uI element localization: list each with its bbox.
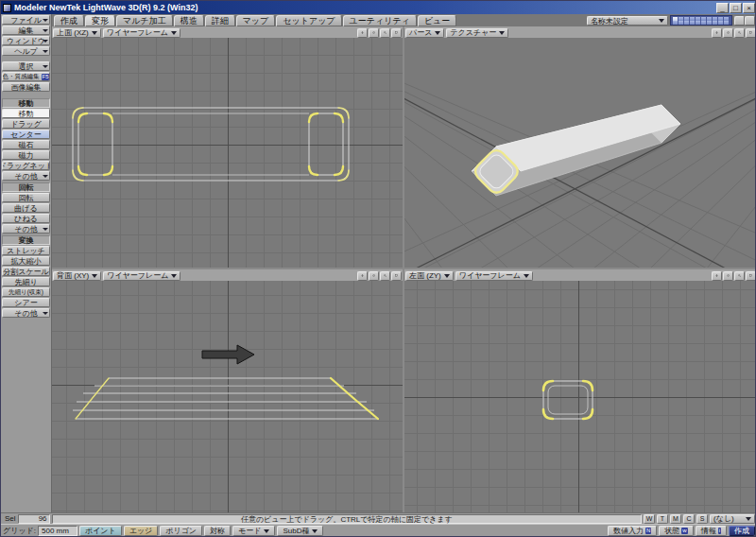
- edges-mode-button[interactable]: エッジ: [124, 526, 159, 536]
- shortcut-key: F5: [42, 74, 50, 80]
- tab-detail[interactable]: 詳細: [205, 15, 235, 26]
- vmap-color-button[interactable]: C: [683, 514, 695, 524]
- pan-icon[interactable]: [712, 28, 722, 38]
- vmap-dropdown[interactable]: (なし): [710, 514, 755, 524]
- tab-utilities[interactable]: ユーティリティ: [343, 15, 417, 26]
- maximize-button[interactable]: □: [730, 3, 742, 13]
- orbit-icon[interactable]: [723, 271, 733, 281]
- numeric-panel-button[interactable]: 数値入力N: [608, 526, 657, 536]
- tool-more-rotate[interactable]: その他: [2, 224, 50, 234]
- sidebar-menu-window[interactable]: ウィンドウ: [2, 36, 50, 45]
- tab-view[interactable]: ビュー: [418, 15, 456, 26]
- tab-create[interactable]: 作成: [54, 15, 84, 26]
- viewport-type-dropdown[interactable]: 上面 (XZ): [53, 28, 101, 38]
- object-name-dropdown[interactable]: 名称未設定: [587, 16, 668, 26]
- tool-shear[interactable]: シアー: [2, 298, 50, 307]
- make-button[interactable]: 作成: [729, 526, 755, 536]
- chevron-down-icon: [43, 29, 48, 32]
- wireframe-box-drawing: [52, 38, 403, 268]
- viewport-controls: [712, 271, 756, 281]
- symmetry-button[interactable]: 対称: [204, 526, 231, 536]
- viewport-canvas-left[interactable]: [404, 281, 756, 512]
- chevron-down-icon: [264, 529, 269, 533]
- tab-map[interactable]: マップ: [236, 15, 276, 26]
- tool-magnet[interactable]: 磁石: [2, 140, 50, 149]
- tab-construct[interactable]: 構造: [174, 15, 204, 26]
- sidebar-menu-file[interactable]: ファイル: [2, 15, 50, 25]
- tool-drag[interactable]: ドラッグ: [2, 119, 50, 129]
- maximize-viewport-icon[interactable]: [391, 28, 402, 38]
- viewport-back-view: 背面 (XY) ワイヤーフレーム: [52, 269, 403, 512]
- tab-modify[interactable]: 変形: [85, 15, 115, 26]
- viewport-canvas-perspective[interactable]: [404, 38, 756, 268]
- render-mode-dropdown[interactable]: ワイヤーフレーム: [103, 271, 180, 281]
- info-panel-button[interactable]: 情報i: [696, 526, 727, 536]
- statistics-panel-button[interactable]: 状態w: [659, 526, 693, 536]
- tab-setup[interactable]: セットアップ: [276, 15, 341, 26]
- viewport-canvas-back[interactable]: [52, 281, 403, 512]
- image-editor-button[interactable]: 画像編集: [2, 82, 50, 92]
- tool-rotate[interactable]: 回転: [2, 193, 50, 202]
- viewport-type-dropdown[interactable]: 背面 (XY): [53, 271, 101, 281]
- orbit-icon[interactable]: [723, 28, 733, 38]
- maximize-viewport-icon[interactable]: [746, 28, 756, 38]
- tool-bend[interactable]: 曲げる: [2, 203, 50, 213]
- maximize-viewport-icon[interactable]: [746, 271, 756, 281]
- chevron-down-icon: [43, 50, 48, 53]
- chevron-down-icon: [435, 31, 440, 35]
- layer-scroll-right-button[interactable]: [745, 16, 755, 26]
- minimize-button[interactable]: _: [716, 3, 729, 13]
- status-bar: Sel 96 任意のビュー上でドラッグ。CTRLで特定の軸に固定できます W T…: [1, 512, 756, 524]
- render-mode-dropdown[interactable]: テクスチャー: [446, 28, 508, 38]
- sidebar-menu-selection[interactable]: 選択: [2, 61, 50, 71]
- tool-dragnet[interactable]: ドラッグネット: [2, 161, 50, 170]
- layer-bank[interactable]: [670, 15, 732, 26]
- viewport-top-view: 上面 (XZ) ワイヤーフレーム: [52, 26, 403, 268]
- tool-size[interactable]: 拡大縮小: [2, 256, 50, 266]
- maximize-viewport-icon[interactable]: [391, 271, 402, 281]
- vmap-weight-button[interactable]: W: [644, 514, 655, 524]
- tool-taper[interactable]: 先細り: [2, 277, 50, 286]
- viewport-controls: [712, 28, 756, 38]
- tool-twist[interactable]: ひねる: [2, 214, 50, 223]
- zoom-icon[interactable]: [380, 271, 390, 281]
- viewport-type-dropdown[interactable]: 左面 (ZY): [405, 271, 454, 281]
- vmap-morph-button[interactable]: M: [670, 514, 681, 524]
- points-mode-button[interactable]: ポイント: [79, 526, 122, 536]
- subd-type-dropdown[interactable]: SubD種: [277, 526, 323, 536]
- zoom-icon[interactable]: [734, 28, 745, 38]
- tool-magnet-force[interactable]: 磁力: [2, 150, 50, 160]
- tool-more-transform[interactable]: その他: [2, 308, 50, 318]
- tab-multiply[interactable]: マルチ加工: [116, 15, 173, 26]
- sidebar-menu-help[interactable]: ヘルプ: [2, 46, 50, 56]
- close-button[interactable]: ×: [743, 3, 755, 13]
- surface-editor-button[interactable]: 色・質感編集F5: [2, 72, 50, 81]
- vmap-selection-button[interactable]: S: [696, 514, 708, 524]
- pan-icon[interactable]: [357, 28, 368, 38]
- viewport-type-dropdown[interactable]: パース: [405, 28, 444, 38]
- vmap-texture-button[interactable]: T: [657, 514, 668, 524]
- zoom-icon[interactable]: [734, 271, 745, 281]
- orbit-icon[interactable]: [369, 28, 379, 38]
- shortcut-key: i: [718, 528, 721, 534]
- viewport-area: 上面 (XZ) ワイヤーフレーム: [52, 26, 756, 512]
- tool-move[interactable]: 移動: [2, 109, 50, 118]
- tool-center[interactable]: センター: [2, 130, 50, 139]
- action-center-mode-dropdown[interactable]: モード: [232, 526, 275, 536]
- tool-more-translate[interactable]: その他: [2, 171, 50, 181]
- tool-stretch[interactable]: ストレッチ: [2, 246, 50, 255]
- viewport-canvas-top[interactable]: [52, 38, 403, 268]
- pan-icon[interactable]: [357, 271, 368, 281]
- tool-taper-converge[interactable]: 先細り(収束): [2, 287, 50, 297]
- orbit-icon[interactable]: [369, 271, 379, 281]
- sidebar-menu-edit[interactable]: 編集: [2, 26, 50, 35]
- pan-icon[interactable]: [712, 271, 722, 281]
- zoom-icon[interactable]: [380, 28, 390, 38]
- layer-scroll-left-button[interactable]: [734, 16, 745, 26]
- chevron-down-icon: [92, 31, 97, 35]
- render-mode-dropdown[interactable]: ワイヤーフレーム: [455, 271, 533, 281]
- shortcut-key: N: [645, 528, 651, 534]
- tool-segment-scale[interactable]: 分割スケール: [2, 267, 50, 276]
- polygons-mode-button[interactable]: ポリゴン: [160, 526, 202, 536]
- render-mode-dropdown[interactable]: ワイヤーフレーム: [103, 28, 180, 38]
